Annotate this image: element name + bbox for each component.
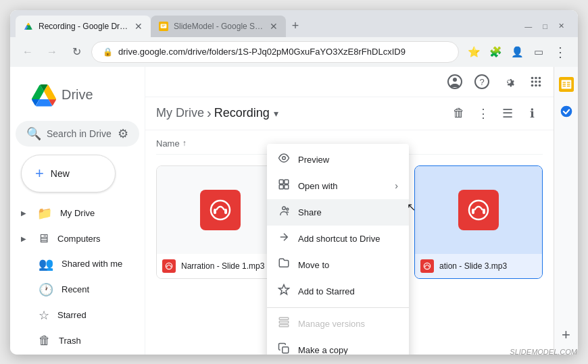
svg-rect-36 — [279, 184, 283, 188]
watermark: SLIDEMODEL.COM — [510, 348, 577, 356]
search-bar[interactable]: 🔍 Search in Drive ⚙ — [16, 121, 139, 147]
sort-arrow-icon[interactable]: ↑ — [182, 138, 187, 148]
trash-icon: 🗑 — [39, 334, 51, 348]
svg-point-13 — [539, 76, 541, 79]
sidebar-search-area: 🔍 Search in Drive ⚙ — [10, 121, 145, 152]
sidebar-toggle-icon[interactable]: ▭ — [529, 43, 548, 61]
breadcrumb-parent[interactable]: My Drive — [156, 106, 204, 120]
menu-item-preview[interactable]: Preview — [267, 147, 409, 173]
svg-rect-49 — [562, 84, 566, 84]
list-view-button[interactable]: ☰ — [497, 103, 518, 124]
right-panel: + — [554, 67, 578, 355]
headphone-icon-3 — [466, 198, 491, 222]
sidebar-item-recent[interactable]: 🕐 Recent — [10, 277, 137, 303]
menu-item-add-shortcut[interactable]: Add shortcut to Drive — [267, 226, 409, 252]
file-item-3[interactable]: ation - Slide 3.mp3 — [414, 165, 543, 279]
files-area: Name ↑ — [145, 130, 554, 355]
menu-item-add-starred-label: Add to Starred — [298, 286, 355, 296]
svg-rect-35 — [285, 184, 289, 188]
menu-item-move-to-label: Move to — [298, 260, 329, 270]
account-circle-button[interactable] — [443, 70, 467, 94]
tab-bar: Recording - Google Drive ✕ SlideModel - … — [10, 10, 578, 37]
tasks-panel-icon[interactable] — [554, 99, 579, 124]
right-panel-add-button[interactable]: + — [562, 326, 570, 344]
new-button-label: New — [51, 168, 70, 179]
info-button[interactable]: ℹ — [521, 103, 543, 124]
menu-item-share-label: Share — [298, 207, 322, 217]
drive-logo-svg — [32, 83, 56, 107]
move-to-icon — [278, 257, 290, 273]
address-input[interactable]: 🔒 drive.google.com/drive/folders/1S-PJq0… — [91, 41, 459, 63]
new-tab-button[interactable]: + — [286, 17, 305, 36]
search-filter-icon[interactable]: ⚙ — [118, 126, 128, 141]
svg-point-11 — [531, 76, 534, 79]
sheets-panel-icon[interactable] — [554, 72, 579, 97]
search-placeholder: Search in Drive — [47, 128, 112, 139]
delete-button[interactable]: 🗑 — [448, 103, 470, 124]
tab-slides[interactable]: SlideModel - Google Slides ✕ — [151, 16, 286, 37]
back-button[interactable]: ← — [18, 43, 37, 61]
refresh-button[interactable]: ↻ — [67, 43, 86, 61]
browser-window: Recording - Google Drive ✕ SlideModel - … — [10, 10, 578, 355]
app-top-icons: ? — [145, 67, 554, 97]
more-options-button[interactable]: ⋮ — [472, 103, 494, 124]
extension-icon[interactable]: 🧩 — [486, 43, 505, 61]
drive-favicon — [24, 22, 33, 31]
apps-button[interactable] — [524, 70, 548, 94]
menu-item-make-copy[interactable]: Make a copy — [267, 337, 409, 355]
menu-item-move-to[interactable]: Move to — [267, 252, 409, 278]
main-header-icons: 🗑 ⋮ ☰ ℹ — [448, 103, 543, 124]
svg-text:?: ? — [479, 77, 484, 87]
toggle-icon: ▶ — [21, 209, 26, 217]
drive-logo-area: Drive — [10, 72, 145, 121]
menu-item-make-copy-label: Make a copy — [298, 345, 348, 355]
svg-marker-39 — [279, 284, 289, 294]
sidebar-item-computers[interactable]: ▶ 🖥 Computers — [10, 226, 137, 251]
help-button[interactable]: ? — [470, 70, 494, 94]
file-name-3: ation - Slide 3.mp3 — [439, 261, 537, 271]
svg-point-37 — [283, 207, 286, 210]
svg-rect-48 — [566, 82, 570, 82]
file-mini-icon-3 — [420, 259, 434, 273]
profile-icon[interactable]: 👤 — [508, 43, 526, 61]
window-minimize[interactable]: — — [524, 22, 532, 30]
forward-button[interactable]: → — [43, 43, 62, 61]
sidebar-item-my-drive[interactable]: ▶ 📁 My Drive — [10, 201, 137, 226]
sidebar-item-shared-with-me[interactable]: 👥 Shared with me — [10, 251, 137, 277]
computers-icon: 🖥 — [37, 232, 49, 246]
menu-item-add-starred[interactable]: Add to Starred — [267, 278, 409, 305]
storage-section: ☁ Storage 83.8 MB of 15 GB used Buy stor… — [10, 353, 145, 355]
main-content: ? — [145, 67, 554, 355]
slides-favicon — [159, 22, 168, 31]
menu-item-share[interactable]: Share ↖ — [267, 199, 409, 226]
mp3-icon-3 — [458, 190, 499, 230]
file-thumbnail-3 — [415, 166, 542, 254]
bookmark-icon[interactable]: ⭐ — [464, 43, 483, 61]
browser-menu-button[interactable]: ⋮ — [551, 44, 570, 60]
menu-item-open-with[interactable]: Open with › — [267, 173, 409, 199]
window-close[interactable]: ✕ — [558, 22, 564, 30]
svg-rect-51 — [562, 85, 566, 86]
sidebar-item-recent-label: Recent — [62, 284, 89, 294]
mp3-icon-1 — [200, 190, 241, 230]
menu-item-add-shortcut-label: Add shortcut to Drive — [298, 234, 380, 244]
svg-rect-33 — [279, 180, 283, 184]
add-shortcut-icon — [278, 231, 290, 246]
breadcrumb-current: Recording — [214, 106, 270, 120]
headphone-icon — [208, 198, 232, 222]
sidebar-item-trash[interactable]: 🗑 Trash — [10, 328, 137, 353]
settings-button[interactable] — [497, 70, 521, 94]
sidebar-item-starred[interactable]: ☆ Starred — [10, 303, 137, 328]
tab-drive-close[interactable]: ✕ — [134, 22, 143, 31]
new-button[interactable]: + New — [21, 155, 116, 192]
file-thumbnail-1 — [157, 166, 284, 254]
file-item-1[interactable]: Narration - Slide 1.mp3 — [156, 165, 285, 279]
breadcrumb: My Drive › Recording ▾ — [156, 105, 443, 121]
tab-slides-close[interactable]: ✕ — [270, 22, 278, 31]
window-maximize[interactable]: □ — [543, 22, 547, 30]
browser-chrome: Recording - Google Drive ✕ SlideModel - … — [10, 10, 578, 67]
add-starred-icon — [278, 284, 290, 299]
breadcrumb-dropdown-icon[interactable]: ▾ — [274, 108, 278, 119]
svg-point-19 — [539, 84, 541, 86]
tab-drive[interactable]: Recording - Google Drive ✕ — [16, 16, 151, 37]
